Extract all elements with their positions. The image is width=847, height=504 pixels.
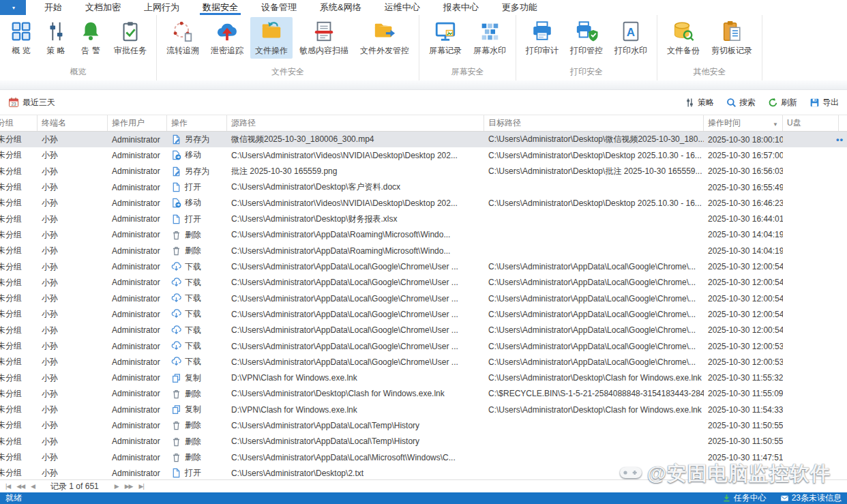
table-row[interactable]: 未分组小孙Administrator删除C:\Users\Administrat… [0,434,847,449]
table-row[interactable]: 未分组小孙Administrator删除C:\Users\Administrat… [0,227,847,243]
row-more-button[interactable]: •• [836,132,844,147]
unread-messages-button[interactable]: 23条未读信息 [780,492,842,504]
cell-text: C:\Users\Administrator\AppData\Roaming\M… [231,246,450,256]
svg-text:23: 23 [11,102,16,106]
ribbon-group-items: 屏幕记录屏幕水印 [424,17,511,64]
menu-item-report-center[interactable]: 报表中心 [432,0,490,15]
cell-group: 未分组 [0,386,38,402]
column-header-time[interactable]: 操作时间▼ [704,115,783,131]
table-row[interactable]: 未分组小孙Administrator删除C:\Users\Administrat… [0,386,847,402]
table-row[interactable]: 未分组小孙Administrator打开C:\Users\Administrat… [0,465,847,479]
table-row[interactable]: 未分组小孙Administrator复制D:\VPN\Clash for Win… [0,402,847,417]
refresh-button[interactable]: 刷新 [768,97,797,108]
next-record-button[interactable]: ▶ [115,483,119,490]
menu-item-more-features[interactable]: 更多功能 [490,0,549,15]
app-window: ▾ 开始文档加密上网行为数据安全设备管理系统&网络运维中心报表中心更多功能 概 … [0,0,847,504]
ribbon-screen-record-button[interactable]: 屏幕记录 [424,17,466,59]
ribbon-policy-button[interactable]: 策 略 [40,17,72,59]
menu-item-start[interactable]: 开始 [33,0,74,15]
table-row[interactable]: 未分组小孙Administrator打开C:\Users\Administrat… [0,211,847,226]
ribbon-print-audit-button[interactable]: 打印审计 [521,17,563,59]
cell-terminal: 小孙 [38,132,108,147]
ribbon-print-control-button[interactable]: 打印管控 [565,17,608,59]
cell-user: Administrator [108,449,167,465]
menu-item-doc-encrypt[interactable]: 文档加密 [74,0,132,15]
ribbon-screen-watermark-button[interactable]: 屏幕水印 [469,17,511,59]
ribbon-print-watermark-button[interactable]: A打印水印 [610,17,652,59]
column-header-dst[interactable]: 目标路径 [484,115,704,131]
table-row[interactable]: 未分组小孙Administrator下载C:\Users\Administrat… [0,306,847,322]
ribbon-file-operations-button[interactable]: 文件操作 [250,17,293,59]
export-button[interactable]: 导出 [809,97,839,108]
menu-item-web-behavior[interactable]: 上网行为 [132,0,191,15]
table-row[interactable]: 未分组小孙Administrator下载C:\Users\Administrat… [0,291,847,306]
search-button[interactable]: 搜索 [726,97,756,108]
filter-dropdown-icon[interactable]: ▼ [773,119,778,128]
cell-group: 未分组 [0,132,38,147]
cell-text: 2025-10-30 11:47:51 [708,453,783,462]
table-row[interactable]: 未分组小孙Administrator下载C:\Users\Administrat… [0,323,847,338]
last-page-button[interactable]: ▶| [139,483,144,490]
policy-button[interactable]: 策略 [685,97,714,108]
table-row[interactable]: 未分组小孙Administrator另存为微信视频2025-10-30_1800… [0,132,847,147]
cell-text: Administrator [112,230,160,239]
prev-pages-button[interactable]: ◀◀ [16,483,25,490]
table-row[interactable]: 未分组小孙Administrator删除C:\Users\Administrat… [0,417,847,433]
cell-text: 2025-10-30 12:00:54 [708,325,783,335]
column-header-op[interactable]: 操作 [167,115,227,131]
cell-dst: C:\Users\Administrator\Desktop\微信视频2025-… [484,132,704,147]
menu-item-sys-network[interactable]: 系统&网络 [308,0,373,15]
table-row[interactable]: 未分组小孙Administrator复制D:\VPN\Clash for Win… [0,370,847,385]
cell-op: 删除 [167,449,227,465]
ribbon-clipboard-record-button[interactable]: 剪切板记录 [707,17,757,59]
table-row[interactable]: 未分组小孙Administrator打开C:\Users\Administrat… [0,179,847,195]
cell-group: 未分组 [0,323,38,338]
cell-text: Administrator [112,389,160,398]
table-row[interactable]: 未分组小孙Administrator下载C:\Users\Administrat… [0,354,847,370]
table-row[interactable]: 未分组小孙Administrator删除C:\Users\Administrat… [0,449,847,465]
table-row[interactable]: 未分组小孙Administrator另存为批注 2025-10-30 16555… [0,164,847,179]
cell-text: 复制 [185,404,201,415]
ribbon-file-backup-button[interactable]: 文件备份 [662,17,704,59]
ribbon-leak-trace-button[interactable]: 泄密追踪 [206,17,248,59]
cell-usb [783,179,839,195]
table-row[interactable]: 未分组小孙Administrator移动C:\Users\Administrat… [0,195,847,211]
cell-text: C:\Users\Administrator\AppData\Local\Goo… [488,310,696,319]
date-range-button[interactable]: 23 最近三天 [8,97,55,108]
ribbon-flow-trace-button[interactable]: 流转追溯 [162,17,204,59]
menu-item-ops-center[interactable]: 运维中心 [373,0,432,15]
table-row[interactable]: 未分组小孙Administrator移动C:\Users\Administrat… [0,147,847,163]
table-row[interactable]: 未分组小孙Administrator下载C:\Users\Administrat… [0,258,847,274]
column-header-group[interactable]: 分组 [0,115,38,131]
column-header-usb[interactable]: U盘 [783,115,839,131]
ribbon-file-outgoing-button[interactable]: 文件外发管控 [355,17,414,59]
ribbon-button-label: 泄密追踪 [211,45,243,57]
cell-terminal: 小孙 [38,227,108,243]
saveas-icon [171,134,181,145]
table-row[interactable]: 未分组小孙Administrator删除C:\Users\Administrat… [0,243,847,258]
table-row[interactable]: 未分组小孙Administrator下载C:\Users\Administrat… [0,338,847,354]
prev-record-button[interactable]: ◀ [31,483,35,490]
cell-dst [484,243,704,258]
cell-usb [783,291,839,306]
ribbon-approval-button[interactable]: 审批任务 [109,17,151,59]
next-pages-button[interactable]: ▶▶ [125,483,133,490]
table-row[interactable]: 未分组小孙Administrator下载C:\Users\Administrat… [0,275,847,291]
first-page-button[interactable]: |◀ [5,483,10,490]
cell-text: C:\Users\Administrator\AppData\Local\Mic… [231,453,456,462]
ribbon-group-label: 屏幕安全 [424,64,511,80]
column-header-terminal[interactable]: 终端名 [38,115,108,131]
ribbon-overview-button[interactable]: 概 览 [5,17,38,59]
ribbon-content-scan-button[interactable]: 敏感内容扫描 [295,17,353,59]
app-menu-button[interactable]: ▾ [0,0,26,15]
column-header-user[interactable]: 操作用户 [108,115,167,131]
ribbon-alert-button[interactable]: 告 警 [74,17,107,59]
column-header-src[interactable]: 源路径 [227,115,484,131]
cell-time: 2025-10-30 12:00:54 [704,275,783,291]
cell-text: 2025-10-30 12:00:54 [708,262,783,271]
menu-item-data-security[interactable]: 数据安全 [191,0,250,15]
menu-item-device-mgmt[interactable]: 设备管理 [250,0,308,15]
cell-op: 另存为 [167,164,227,179]
task-center-button[interactable]: 任务中心 [722,492,767,504]
overview-grid-icon [10,20,33,43]
